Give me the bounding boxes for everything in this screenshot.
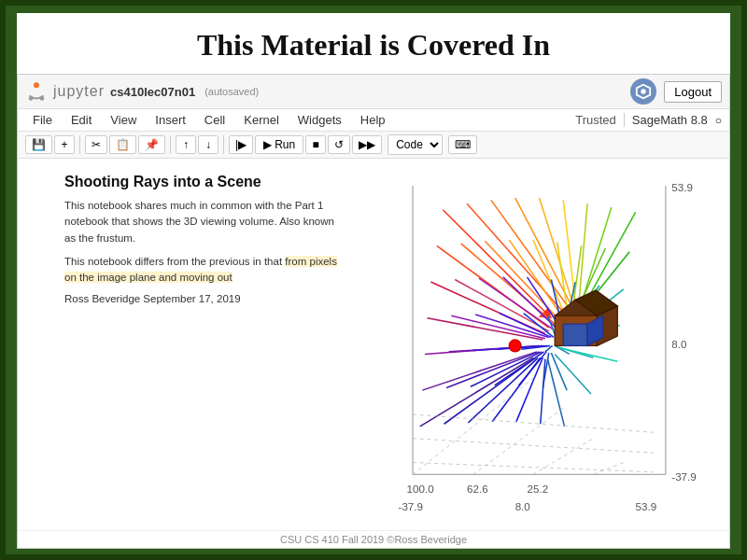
toolbar-separator-2 <box>170 135 171 154</box>
svg-text:8.0: 8.0 <box>515 500 530 512</box>
svg-text:-37.9: -37.9 <box>399 500 423 512</box>
svg-line-86 <box>533 439 593 475</box>
menu-file[interactable]: File <box>25 111 60 129</box>
author-line: Ross Beveridge September 17, 2019 <box>64 293 345 304</box>
menu-insert[interactable]: Insert <box>148 111 193 129</box>
move-up-button[interactable]: ↑ <box>176 135 196 154</box>
jupyter-header: jupyter cs410lec07n01 (autosaved) Logout <box>18 75 729 109</box>
svg-line-19 <box>467 203 563 312</box>
restart-button[interactable]: ↺ <box>328 135 350 154</box>
svg-text:8.0: 8.0 <box>671 338 686 350</box>
notebook-container: jupyter cs410lec07n01 (autosaved) Logout… <box>17 74 730 549</box>
cell-paragraph-1: This notebook shares much in common with… <box>64 198 345 246</box>
jupyter-logo-area: jupyter cs410lec07n01 (autosaved) <box>25 80 259 103</box>
svg-line-84 <box>413 378 533 474</box>
cell-paragraph-2: This notebook differs from the previous … <box>64 254 345 287</box>
content-area: Shooting Rays into a Scene This notebook… <box>18 159 729 530</box>
svg-line-87 <box>593 463 623 475</box>
svg-line-62 <box>561 348 618 361</box>
title-wrapper: This Material is Covered In <box>17 13 730 74</box>
menu-view[interactable]: View <box>103 111 144 129</box>
svg-line-37 <box>455 279 549 330</box>
add-cell-button[interactable]: + <box>54 135 75 154</box>
move-down-button[interactable]: ↓ <box>198 135 218 154</box>
run-icon: ▶ <box>263 138 272 151</box>
menu-help[interactable]: Help <box>353 111 393 129</box>
svg-line-22 <box>539 198 572 303</box>
menu-cell[interactable]: Cell <box>197 111 233 129</box>
svg-line-32 <box>557 243 569 316</box>
text-content: Shooting Rays into a Scene This notebook… <box>64 174 345 523</box>
svg-point-0 <box>34 82 39 88</box>
toolbar: 💾 + ✂ 📋 📌 ↑ ↓ |▶ ▶ Run ■ ↺ ▶▶ Code ⌨ <box>18 132 729 159</box>
rays-visualization: 53.9 8.0 -37.9 100.0 62.6 25.2 -37.9 8.0… <box>356 174 711 523</box>
svg-rect-82 <box>563 324 587 345</box>
svg-point-2 <box>40 96 45 101</box>
svg-point-4 <box>641 89 646 93</box>
trusted-label: Trusted <box>575 113 616 127</box>
svg-text:53.9: 53.9 <box>636 500 657 512</box>
svg-line-90 <box>413 463 654 472</box>
stop-button[interactable]: ■ <box>305 135 326 154</box>
kernel-icon <box>630 78 656 105</box>
toolbar-separator-1 <box>79 135 80 154</box>
keyboard-shortcut-button[interactable]: ⌨ <box>448 135 477 154</box>
menu-widgets[interactable]: Widgets <box>290 111 349 129</box>
jupyter-text: jupyter <box>53 83 105 100</box>
toolbar-separator-3 <box>223 135 224 154</box>
svg-text:100.0: 100.0 <box>407 483 434 495</box>
cell-heading: Shooting Rays into a Scene <box>64 174 345 190</box>
cell-content: Shooting Rays into a Scene This notebook… <box>18 159 729 530</box>
para2-prefix: This notebook differs from the previous … <box>64 256 285 267</box>
svg-line-88 <box>413 414 654 432</box>
svg-line-28 <box>461 244 556 324</box>
autosaved-label: (autosaved) <box>204 86 259 97</box>
cut-button[interactable]: ✂ <box>85 135 107 154</box>
svg-text:62.6: 62.6 <box>467 483 488 495</box>
svg-text:25.2: 25.2 <box>528 483 549 495</box>
menu-edit[interactable]: Edit <box>63 111 99 129</box>
fast-forward-button[interactable]: ▶▶ <box>352 135 382 154</box>
visualization-area: 53.9 8.0 -37.9 100.0 62.6 25.2 -37.9 8.0… <box>356 174 711 523</box>
run-label: Run <box>275 138 295 151</box>
copy-button[interactable]: 📋 <box>109 135 136 154</box>
footer: CSU CS 410 Fall 2019 ©Ross Beveridge <box>18 530 729 548</box>
svg-line-17 <box>443 210 551 318</box>
menu-bar: File Edit View Insert Cell Kernel Widget… <box>18 109 729 132</box>
kernel-version-label: SageMath 8.8 <box>624 113 708 127</box>
header-right: Logout <box>630 78 722 105</box>
run-button[interactable]: ▶ Run <box>255 135 303 154</box>
kernel-status-icon: ○ <box>715 114 722 127</box>
logout-button[interactable]: Logout <box>664 81 722 103</box>
step-button[interactable]: |▶ <box>229 135 253 154</box>
svg-text:-37.9: -37.9 <box>671 470 696 483</box>
save-button[interactable]: 💾 <box>25 135 52 154</box>
footer-text: CSU CS 410 Fall 2019 ©Ross Beveridge <box>280 534 467 545</box>
menu-kernel[interactable]: Kernel <box>236 111 287 129</box>
svg-line-66 <box>495 352 544 385</box>
svg-line-45 <box>428 318 543 340</box>
cell-type-select[interactable]: Code <box>388 134 443 155</box>
jupyter-logo-icon <box>25 80 48 103</box>
slide-frame: This Material is Covered In jupyter cs41… <box>0 0 747 560</box>
svg-line-76 <box>541 359 545 425</box>
paste-button[interactable]: 📌 <box>138 135 165 154</box>
svg-line-30 <box>509 240 563 318</box>
svg-text:53.9: 53.9 <box>671 181 693 193</box>
notebook-name: cs410lec07n01 <box>110 85 195 99</box>
svg-line-77 <box>547 359 564 427</box>
origin-dot <box>509 340 521 352</box>
slide-title: This Material is Covered In <box>17 19 730 66</box>
svg-point-1 <box>29 96 34 101</box>
